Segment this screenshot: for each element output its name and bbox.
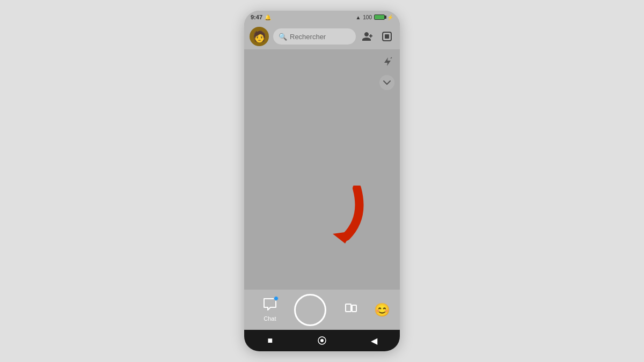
charging-icon: ⚡: [387, 14, 393, 20]
svg-line-2: [391, 57, 392, 58]
nav-chat[interactable]: Chat: [254, 298, 286, 322]
capture-button[interactable]: [294, 294, 326, 326]
snap-button[interactable]: [379, 29, 394, 44]
flash-button[interactable]: [379, 54, 396, 70]
add-friend-button[interactable]: [360, 29, 375, 44]
svg-marker-3: [333, 231, 353, 243]
svg-rect-1: [385, 34, 389, 39]
android-home-button[interactable]: [314, 333, 330, 349]
status-time: 9:47 🔔: [251, 14, 271, 20]
svg-rect-4: [346, 304, 351, 312]
chevron-down-button[interactable]: [379, 75, 394, 90]
user-avatar[interactable]: 🧑: [250, 27, 269, 46]
time-display: 9:47: [251, 14, 262, 20]
top-bar: 🧑 🔍 Rechercher: [244, 24, 400, 49]
status-bar: 9:47 🔔 ▲ 100 ⚡: [244, 11, 400, 24]
status-right: ▲ 100 ⚡: [355, 14, 393, 20]
alarm-icon: 🔔: [265, 14, 271, 20]
search-icon: 🔍: [279, 33, 287, 41]
battery-icon: [374, 14, 385, 20]
battery-display: 100: [363, 14, 372, 20]
phone-frame: 9:47 🔔 ▲ 100 ⚡ 🧑 🔍 Rechercher: [244, 11, 400, 351]
chat-notification-dot: [274, 296, 279, 301]
nav-capture[interactable]: [294, 294, 326, 326]
svg-rect-5: [352, 305, 356, 312]
search-bar[interactable]: 🔍 Rechercher: [273, 28, 356, 45]
red-arrow-indicator: [314, 186, 384, 247]
svg-point-7: [320, 339, 324, 342]
bottom-nav: Chat 😊: [244, 290, 400, 330]
android-back-button[interactable]: ◀: [366, 333, 382, 349]
chat-label: Chat: [264, 315, 276, 322]
emoji-button[interactable]: 😊: [374, 302, 390, 317]
stories-icon: [345, 302, 357, 318]
camera-view: [244, 49, 400, 290]
signal-icon: ▲: [355, 14, 361, 20]
chat-icon: [263, 298, 277, 314]
android-nav-bar: ■ ◀: [244, 330, 400, 351]
nav-stories[interactable]: [335, 302, 367, 318]
phone-wrapper: 9:47 🔔 ▲ 100 ⚡ 🧑 🔍 Rechercher: [0, 0, 644, 362]
android-recents-button[interactable]: ■: [262, 333, 278, 349]
search-placeholder: Rechercher: [290, 33, 326, 41]
